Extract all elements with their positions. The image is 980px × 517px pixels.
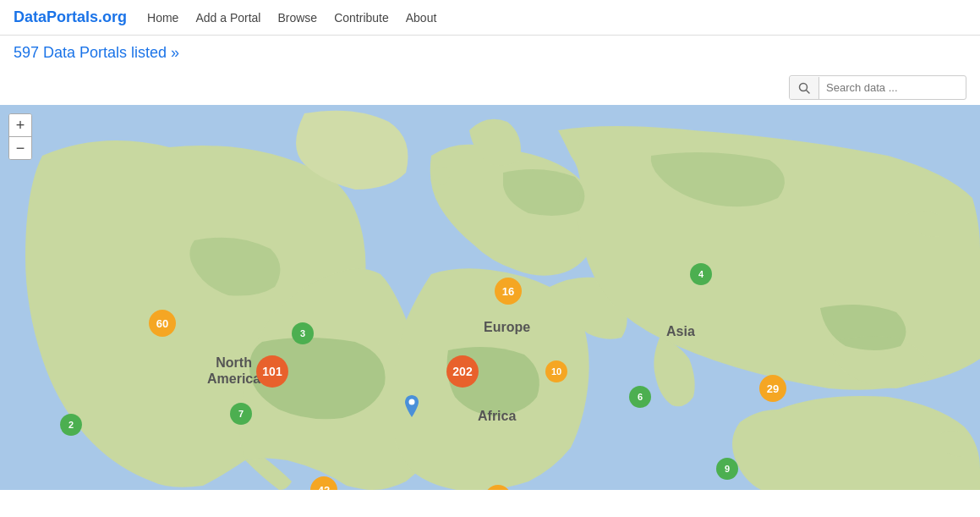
- cluster-60[interactable]: 60: [149, 310, 176, 337]
- nav: Home Add a Portal Browse Contribute Abou…: [147, 11, 436, 25]
- zoom-in-button[interactable]: +: [9, 114, 31, 136]
- portal-count: 597: [14, 44, 39, 61]
- cluster-7[interactable]: 7: [230, 403, 252, 425]
- cluster-29[interactable]: 29: [759, 375, 786, 402]
- svg-point-3: [409, 399, 415, 405]
- cluster-6[interactable]: 6: [629, 386, 651, 408]
- cluster-10[interactable]: 10: [545, 360, 567, 382]
- portal-count-link[interactable]: 597 Data Portals listed »: [14, 44, 179, 61]
- subtitle-bar: 597 Data Portals listed »: [0, 36, 980, 70]
- nav-home[interactable]: Home: [147, 11, 178, 25]
- map-pin[interactable]: [402, 395, 422, 422]
- cluster-4[interactable]: 4: [690, 263, 712, 285]
- nav-add-portal[interactable]: Add a Portal: [195, 11, 260, 25]
- nav-about[interactable]: About: [406, 11, 437, 25]
- svg-line-1: [807, 90, 810, 93]
- map-svg: [0, 105, 980, 490]
- cluster-101[interactable]: 101: [256, 355, 288, 388]
- search-input[interactable]: [819, 76, 955, 99]
- nav-browse[interactable]: Browse: [277, 11, 317, 25]
- search-icon-box: [790, 77, 819, 99]
- zoom-controls: + −: [8, 113, 32, 160]
- site-title[interactable]: DataPortals.org: [14, 8, 127, 26]
- cluster-3[interactable]: 3: [292, 322, 314, 344]
- search-container: [789, 75, 966, 100]
- cluster-16[interactable]: 16: [495, 278, 522, 305]
- zoom-out-button[interactable]: −: [9, 137, 31, 159]
- cluster-202[interactable]: 202: [446, 355, 479, 388]
- cluster-2[interactable]: 2: [60, 414, 82, 436]
- search-icon: [798, 82, 810, 94]
- cluster-9[interactable]: 9: [716, 458, 738, 480]
- nav-contribute[interactable]: Contribute: [334, 11, 389, 25]
- map-container: + − NorthAmerica SouthAmerica Europe Afr…: [0, 105, 980, 490]
- pin-icon: [402, 395, 422, 426]
- header: DataPortals.org Home Add a Portal Browse…: [0, 0, 980, 36]
- search-bar: [0, 70, 980, 105]
- portal-count-text: Data Portals listed »: [39, 44, 179, 61]
